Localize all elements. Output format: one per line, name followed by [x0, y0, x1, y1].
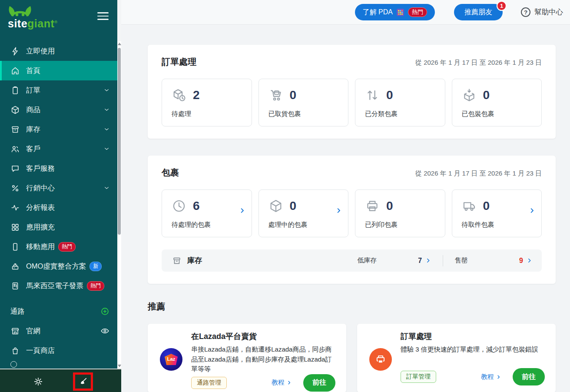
sold-out-value[interactable]: 9 — [519, 257, 523, 265]
logo-wordmark: sitegiant® — [8, 17, 55, 30]
chevron-right-icon[interactable] — [527, 258, 532, 263]
partially-visible-item-icon — [10, 361, 17, 368]
scroll-up-arrow[interactable] — [118, 43, 121, 45]
stat-card-pending: 2 待處理 — [162, 79, 252, 126]
smartphone-icon — [10, 242, 20, 252]
reco-card-lazada: Laz 在Lazada平台賣貨 串接Lazada店鋪，自動遷移Lazada商品，… — [148, 324, 346, 392]
sidebar-item-customers[interactable]: 客戶 — [0, 139, 117, 159]
sidebar-item-orders[interactable]: 訂單 — [0, 80, 117, 100]
chevron-right-icon — [287, 380, 292, 385]
stat-label: 待取件包裹 — [462, 221, 533, 229]
chevron-right-icon — [496, 375, 501, 379]
go-button[interactable]: 前往 — [303, 374, 335, 392]
tutorial-link[interactable]: 教程 — [481, 373, 501, 381]
scroll-down-arrow[interactable] — [118, 365, 121, 367]
activity-icon — [10, 203, 20, 213]
sidebar: sitegiant® 立即使用 首頁 訂單 — [0, 0, 121, 392]
sidebar-item-one-page-store[interactable]: 一頁商店 — [0, 341, 117, 360]
stat-label: 待處理的包裹 — [172, 221, 243, 229]
stat-card-packed: 0 已包裝包裹 — [452, 79, 542, 126]
chat-icon — [10, 164, 20, 173]
refer-friends-button[interactable]: 推薦朋友 1 — [454, 4, 503, 20]
settings-gear-icon[interactable] — [33, 376, 43, 387]
sidebar-scrollbar — [117, 0, 121, 369]
sidebar-item-webstore[interactable]: 官網 — [0, 321, 117, 341]
reco-card-order-processing: 訂單處理 體驗 3 倍更快速的訂單處理，減少訂單包裝錯誤 訂單管理 教程 前往 — [357, 324, 556, 392]
printer-app-logo — [369, 348, 392, 371]
reco-description: 體驗 3 倍更快速的訂單處理，減少訂單包裝錯誤 — [401, 345, 545, 355]
scrollbar-thumb[interactable] — [118, 48, 121, 235]
truck-icon — [462, 199, 477, 213]
section-title: 包裹 — [162, 167, 179, 179]
go-button[interactable]: 前往 — [513, 368, 545, 385]
grid-icon — [10, 223, 20, 232]
reco-title: 在Lazada平台賣貨 — [191, 331, 335, 342]
date-range: 從 2026 年 1 月 17 日 至 2026 年 1 月 23 日 — [415, 59, 542, 67]
sidebar-item-marketing[interactable]: 行銷中心 — [0, 178, 117, 198]
shopping-bag-icon — [10, 346, 20, 355]
sidebar-section-channels: 通路 — [0, 302, 117, 321]
sidebar-item-inventory[interactable]: 庫存 — [0, 120, 117, 139]
stat-value: 2 — [193, 88, 200, 102]
pda-device-icon — [397, 9, 404, 16]
stat-value: 0 — [386, 88, 393, 102]
stat-card-pending-parcels[interactable]: 6 待處理的包裹 — [162, 189, 252, 237]
app-window: sitegiant® 立即使用 首頁 訂單 — [0, 0, 570, 392]
cleanup-brush-icon[interactable] — [78, 377, 88, 386]
box-pack-icon — [462, 88, 477, 103]
inventory-summary-bar: 庫存 低庫存 7 售罄 9 — [162, 249, 542, 272]
parcels-section: 包裹 從 2026 年 1 月 17 日 至 2026 年 1 月 23 日 6… — [148, 156, 556, 284]
notification-count-badge: 1 — [497, 1, 507, 11]
chevron-down-icon — [104, 87, 109, 93]
storefront-icon — [10, 326, 20, 336]
stat-label: 已分類包裹 — [365, 110, 436, 118]
sidebar-item-omo[interactable]: OMO虛實整合方案 新 — [0, 256, 117, 276]
sidebar-item-reports[interactable]: 分析報表 — [0, 198, 117, 217]
hot-badge: 熱門 — [58, 242, 76, 252]
hot-badge: 熱門 — [408, 7, 427, 17]
add-channel-icon[interactable] — [100, 307, 109, 316]
sidebar-menu: 立即使用 首頁 訂單 商品 庫存 — [0, 41, 117, 368]
stat-value: 0 — [386, 199, 393, 213]
tutorial-link[interactable]: 教程 — [272, 379, 292, 387]
printer-icon — [375, 354, 386, 365]
stat-value: 6 — [193, 199, 200, 213]
chevron-down-icon — [104, 185, 109, 191]
chevron-down-icon — [104, 107, 109, 113]
cube-icon — [268, 199, 283, 213]
sidebar-item-products[interactable]: 商品 — [0, 100, 117, 120]
eye-icon[interactable] — [100, 326, 109, 336]
inventory-title: 庫存 — [187, 256, 202, 266]
low-stock-value[interactable]: 7 — [418, 257, 422, 265]
lightning-icon — [10, 47, 20, 56]
category-tag: 通路管理 — [191, 377, 227, 389]
sidebar-header: sitegiant® — [0, 0, 117, 41]
sidebar-item-quick-start[interactable]: 立即使用 — [0, 41, 117, 61]
stat-value: 0 — [290, 88, 297, 102]
chevron-down-icon — [104, 146, 109, 152]
hamburger-menu-icon[interactable] — [97, 12, 109, 22]
scrollbar-track[interactable] — [117, 41, 121, 369]
new-badge: 新 — [89, 262, 102, 271]
sidebar-item-home[interactable]: 首頁 — [0, 61, 117, 80]
sidebar-item-mobile-app[interactable]: 移動應用 熱門 — [0, 237, 117, 256]
stat-card-picked: 0 已取貨包裹 — [258, 79, 349, 126]
stat-card-processing-parcels[interactable]: 0 處理中的包裹 — [258, 189, 349, 237]
sidebar-item-apps[interactable]: 應用擴充 — [0, 217, 117, 237]
help-center-link[interactable]: ? 幫助中心 — [521, 7, 563, 17]
chevron-right-icon — [335, 207, 342, 214]
stat-card-pickup-parcels[interactable]: 0 待取件包裹 — [452, 189, 542, 237]
sidebar-item-customer-service[interactable]: 客戶服務 — [0, 159, 117, 178]
sort-arrows-icon — [365, 88, 380, 103]
learn-pda-button[interactable]: 了解 PDA 熱門 — [355, 4, 435, 20]
chevron-right-icon[interactable] — [425, 258, 431, 263]
clock-icon — [172, 199, 186, 213]
low-stock-label: 低庫存 — [357, 256, 377, 265]
order-processing-section: 訂單處理 從 2026 年 1 月 17 日 至 2026 年 1 月 23 日… — [148, 45, 556, 139]
sidebar-item-einvoice[interactable]: 馬來西亞電子發票 熱門 — [0, 276, 117, 296]
package-clock-icon — [172, 88, 186, 103]
percent-icon — [10, 183, 20, 193]
divider — [443, 255, 443, 266]
section-title: 訂單處理 — [162, 56, 196, 68]
stat-value: 0 — [483, 199, 490, 213]
